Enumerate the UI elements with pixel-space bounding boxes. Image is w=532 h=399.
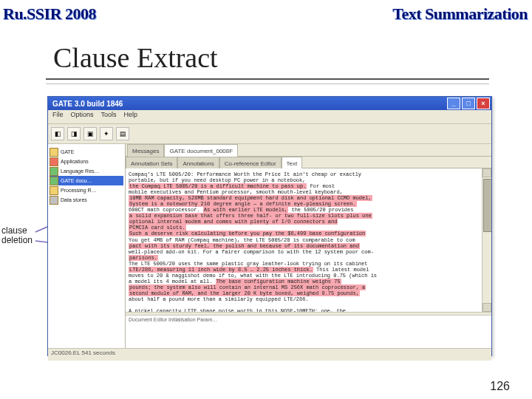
sub-tabs[interactable]: Annotation Sets Annotations Co-reference… [126,157,491,168]
pr-icon [50,186,58,195]
doc-line: A nickel capacity LITE shape noise worth… [129,308,487,312]
slide-title: Clause Extract [53,41,218,74]
resource-tree[interactable]: GATE Applications Language Res… GATE doc… [48,144,126,348]
doc-icon [50,177,58,185]
page-number: 126 [490,380,510,393]
menu-tools[interactable]: Tools [101,111,117,123]
menubar[interactable]: File Options Tools Help [48,110,491,124]
bottom-panel: Document Editor Initialisation Param… [126,315,491,348]
lr-icon [50,167,58,176]
toolbar: ◧ ◨ ▣ ✦ ▤ [48,124,491,144]
doc-line: The LTE 5005/20 uses the same plastic gr… [129,261,487,267]
tree-item-selected[interactable]: GATE docu… [50,176,123,185]
document-text[interactable]: Compaq's LTE 5005/20: Performance Worth … [126,168,491,312]
doc-line: pounds; the system also will contain an … [129,284,487,290]
app-icon [50,157,58,166]
doc-line: optional internal modem and comes with p… [129,219,487,225]
doc-line: 600CT math coprocessor. As with earlier … [129,207,487,213]
toolbar-icon[interactable]: ◨ [67,127,81,140]
doc-line: about half a pound more than a similarly… [129,296,487,302]
header-left: Ru.SSIR 2008 [3,4,96,24]
annotation-clause-deletion: clause deletion [1,226,33,245]
tab-ann-sets[interactable]: Annotation Sets [126,157,177,169]
tree-item[interactable]: Applications [50,157,123,166]
doc-line: Compaq's LTE 5005/20: Performance Worth … [129,171,487,177]
toolbar-icon[interactable]: ◧ [51,127,64,140]
doc-line: the Compaq LTE 5005/20 is a difficult ma… [129,183,487,189]
tab-text[interactable]: Text [282,157,303,169]
menu-options[interactable]: Options [71,111,94,123]
doc-line: PCMCIA card slots. [129,225,487,231]
tab-coref[interactable]: Co-reference Editor [219,157,282,169]
toolbar-icon[interactable]: ▣ [83,127,97,140]
ds-icon [50,196,58,205]
doc-line: 10MB RAM capacity, 528MB standard equipm… [129,195,487,201]
doc-line: a model its 4 model at all. The base con… [129,279,487,284]
header-right: Text Summarization [392,4,528,24]
tree-item[interactable]: Language Res… [50,166,123,176]
doc-line: portable, but if you need desktop PC pow… [129,177,487,183]
toolbar-icon[interactable]: ▤ [116,127,129,140]
tree-item[interactable]: Processing R… [50,185,123,195]
doc-line: pact with its sturdy feel, the polish an… [129,243,487,249]
doc-line: a solid expansion base that offers three… [129,213,487,219]
doc-line: mobile executives and Pentium processor,… [129,189,487,195]
doc-line: You get 4MB of RAM (Compaq machine), the… [129,237,487,243]
doc-line: System is a noteworthy 210 degree angle … [129,201,487,207]
menu-file[interactable]: File [52,111,64,123]
doc-line: second module of RAM, and the larger 20 … [129,290,487,296]
close-button[interactable]: × [477,98,490,109]
tab-document[interactable]: GATE document_0008F [164,144,238,157]
doc-line: parisons. [129,255,487,261]
tree-root[interactable]: GATE [50,147,123,157]
maximize-button[interactable]: □ [462,98,475,109]
minimize-button[interactable]: _ [447,98,460,109]
window-titlebar[interactable]: GATE 3.0 build 1846 _ □ × [48,97,491,110]
tree-item[interactable]: Data stores [50,195,123,205]
doc-line: well-placed add-on kit. For a fairer com… [129,249,487,255]
app-window: GATE 3.0 build 1846 _ □ × File Options T… [47,96,492,356]
statusbar: JC0026.EL 541 seconds [48,348,491,361]
doc-line: moves to 20 & naggishot demo if to, what… [129,273,487,279]
folder-icon [50,148,58,157]
doc-line [129,302,487,308]
tab-ann[interactable]: Annotations [177,157,219,169]
scroll-up-icon[interactable] [482,168,491,177]
scroll-thumb[interactable] [483,179,491,232]
top-tabs[interactable]: Messages GATE document_0008F [126,144,491,157]
vertical-scrollbar[interactable] [482,168,491,312]
menu-help[interactable]: Help [124,111,138,123]
toolbar-icon[interactable]: ✦ [100,127,113,140]
title-underline [46,78,489,84]
tab-messages[interactable]: Messages [127,144,164,157]
window-title: GATE 3.0 build 1846 [52,100,123,108]
doc-line: Such a deserve risk calculating before y… [129,231,487,236]
doc-line: LTE/286, measuring 11 inch wide by 8.5 …… [129,267,487,273]
scroll-down-icon[interactable] [482,303,491,312]
